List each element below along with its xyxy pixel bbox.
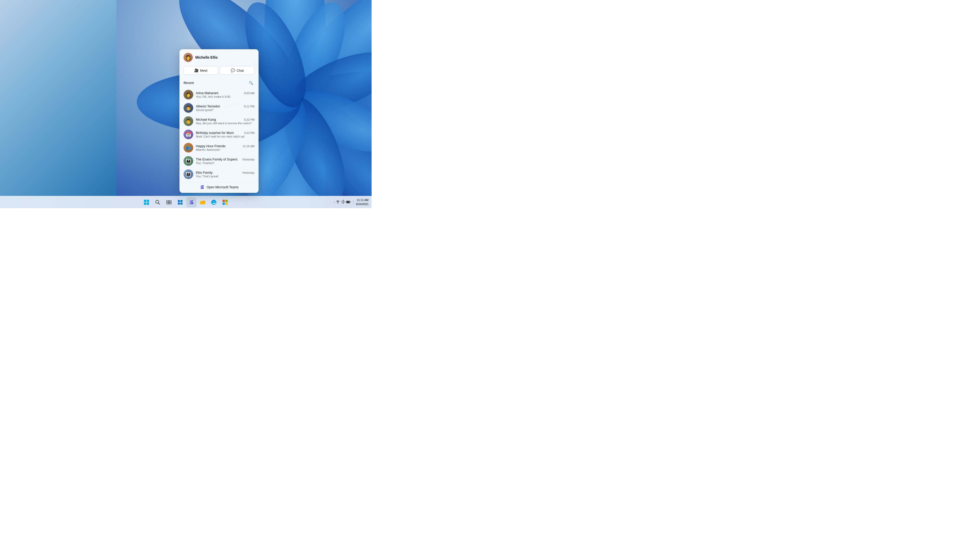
task-view-button[interactable]	[164, 197, 174, 207]
chat-item-happy[interactable]: 👥 Happy Hour Friends 11:16 AM Alberto: A…	[180, 141, 259, 154]
chat-info-arina: Arina Maharani 8:45 AM You: OK, let's ma…	[196, 91, 255, 98]
chat-item-ellis[interactable]: 👨‍👩‍👧 Ellis Family Yesterday You: That's…	[180, 168, 259, 181]
svg-rect-21	[144, 200, 146, 202]
search-taskbar-button[interactable]	[153, 197, 163, 207]
chat-item-alberto[interactable]: 👨 Alberto Tercedor 6:11 PM Sound good?	[180, 101, 259, 114]
svg-rect-29	[167, 203, 169, 204]
svg-rect-20	[202, 187, 204, 189]
user-name: Michelle Ellis	[195, 56, 218, 59]
chat-item-arina[interactable]: 👩 Arina Maharani 8:45 AM You: OK, let's …	[180, 88, 259, 101]
svg-point-18	[200, 186, 202, 187]
svg-rect-19	[200, 187, 202, 189]
chat-info-ellis: Ellis Family Yesterday You: That's great…	[196, 171, 255, 178]
panel-header: 👩 Michelle Ellis	[180, 49, 259, 65]
chat-item-birthday[interactable]: 📅 Birthday surprise for Mum 4:23 PM Noel…	[180, 128, 259, 141]
svg-rect-27	[167, 200, 169, 202]
svg-line-26	[159, 203, 160, 204]
svg-rect-22	[147, 200, 149, 202]
avatar-alberto: 👨	[183, 103, 193, 113]
chat-time-arina: 8:45 AM	[244, 92, 255, 95]
chat-time-birthday: 4:23 PM	[244, 131, 255, 135]
chat-preview-happy: Alberto: Awesome!	[196, 148, 255, 151]
recent-label: Recent	[183, 81, 194, 85]
svg-point-35	[191, 200, 193, 202]
svg-rect-23	[144, 203, 146, 205]
svg-rect-38	[192, 202, 193, 204]
chat-preview-michael: Hey, did you still want to borrow the no…	[196, 122, 255, 125]
avatar-michael: 👨	[183, 116, 193, 126]
svg-rect-45	[225, 203, 228, 205]
chat-preview-arina: You: OK, let's make it 3:00.	[196, 95, 255, 98]
taskbar-right: ‹ 11:11 AM 6/24/2021	[334, 198, 372, 206]
systray-divider	[353, 200, 353, 204]
contact-name-birthday: Birthday surprise for Mum	[196, 131, 234, 135]
taskbar-center	[142, 197, 230, 207]
svg-rect-33	[178, 203, 180, 205]
chat-item-michael[interactable]: 👨 Michael Kang 5:22 PM Hey, did you stil…	[180, 114, 259, 128]
svg-rect-47	[350, 202, 350, 203]
svg-rect-24	[147, 203, 149, 205]
chat-time-evans: Yesterday	[242, 158, 255, 161]
chat-preview-evans: You: Thanks!!!	[196, 162, 255, 165]
speaker-icon	[341, 200, 345, 205]
battery-icon	[346, 200, 351, 204]
chat-preview-birthday: Noel: Can't wait for our next catch up!	[196, 135, 255, 138]
teams-chat-taskbar-button[interactable]	[186, 197, 197, 207]
avatar-happy: 👥	[183, 143, 193, 152]
date-display: 6/24/2021	[356, 202, 369, 206]
chat-time-michael: 5:22 PM	[244, 118, 255, 121]
chat-info-michael: Michael Kang 5:22 PM Hey, did you still …	[196, 118, 255, 125]
open-teams-label: Open Microsoft Teams	[207, 186, 239, 189]
chat-item-evans[interactable]: 👪 The Evans Family of Supers Yesterday Y…	[180, 154, 259, 168]
contact-name-michael: Michael Kang	[196, 118, 216, 121]
svg-point-36	[190, 200, 192, 202]
svg-point-17	[202, 185, 204, 187]
chat-time-happy: 11:16 AM	[243, 144, 255, 148]
chat-panel: 👩 Michelle Ellis 🎥 Meet 💬 Chat Recent 🔍	[180, 49, 259, 193]
contact-name-happy: Happy Hour Friends	[196, 144, 225, 148]
chat-time-alberto: 6:11 PM	[244, 105, 255, 108]
open-teams-footer[interactable]: Open Microsoft Teams	[180, 182, 259, 193]
action-buttons: 🎥 Meet 💬 Chat	[180, 65, 259, 78]
chevron-icon[interactable]: ‹	[334, 201, 335, 203]
svg-rect-30	[169, 203, 171, 204]
edge-browser-button[interactable]	[209, 197, 219, 207]
svg-rect-40	[200, 201, 202, 202]
svg-rect-44	[223, 203, 225, 205]
avatar-arina: 👩	[183, 90, 193, 100]
svg-rect-28	[169, 200, 171, 202]
svg-point-25	[156, 200, 159, 203]
contact-name-ellis: Ellis Family	[196, 171, 213, 175]
meet-button[interactable]: 🎥 Meet	[183, 66, 218, 75]
search-button[interactable]: 🔍	[247, 79, 255, 86]
chat-button[interactable]: 💬 Chat	[220, 66, 255, 75]
systray-icons: ‹	[334, 200, 351, 205]
chat-info-evans: The Evans Family of Supers Yesterday You…	[196, 157, 255, 165]
desktop: 👩 Michelle Ellis 🎥 Meet 💬 Chat Recent 🔍	[0, 0, 372, 208]
svg-rect-48	[347, 201, 349, 203]
contact-name-evans: The Evans Family of Supers	[196, 157, 237, 161]
clock[interactable]: 11:11 AM 6/24/2021	[356, 198, 369, 206]
taskbar: ‹ 11:11 AM 6/24/2021	[0, 196, 372, 208]
svg-rect-31	[178, 200, 180, 202]
teams-logo-icon	[200, 185, 205, 190]
chat-icon: 💬	[231, 68, 235, 73]
recent-header: Recent 🔍	[180, 78, 259, 87]
store-button[interactable]	[220, 197, 230, 207]
svg-rect-32	[180, 200, 183, 202]
wifi-icon	[336, 200, 340, 205]
chat-info-birthday: Birthday surprise for Mum 4:23 PM Noel: …	[196, 131, 255, 138]
widgets-button[interactable]	[175, 197, 185, 207]
start-button[interactable]	[142, 197, 151, 207]
time-display: 11:11 AM	[356, 198, 369, 202]
contact-name-alberto: Alberto Tercedor	[196, 104, 220, 108]
chat-preview-ellis: You: That's great!	[196, 175, 255, 178]
chat-preview-alberto: Sound good?	[196, 108, 255, 111]
avatar-ellis: 👨‍👩‍👧	[183, 169, 193, 179]
file-explorer-button[interactable]	[197, 197, 208, 207]
avatar-evans: 👪	[183, 156, 193, 166]
chat-info-alberto: Alberto Tercedor 6:11 PM Sound good?	[196, 104, 255, 111]
chat-list: 👩 Arina Maharani 8:45 AM You: OK, let's …	[180, 87, 259, 181]
contact-name-arina: Arina Maharani	[196, 91, 218, 95]
video-icon: 🎥	[194, 68, 199, 73]
